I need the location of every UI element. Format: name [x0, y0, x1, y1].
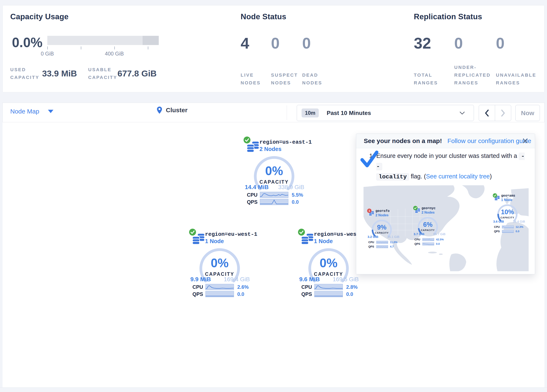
close-icon[interactable] — [521, 137, 529, 145]
setup-step-1: 1.Ensure every node in your cluster was … — [356, 151, 535, 182]
step-text: flag. ( — [409, 173, 426, 180]
cpu-label: CPU — [192, 284, 205, 290]
cpu-value: 12.3% — [516, 225, 523, 228]
toolbar-divider — [287, 105, 287, 120]
region-card-us-east-1[interactable]: region=us-east-1 2 Nodes 0% CAPACITY 14.… — [244, 137, 305, 206]
page-footer-strip — [0, 387, 547, 392]
axis-tick — [47, 47, 48, 49]
capacity-percent: 0% — [199, 256, 241, 270]
cpu-sparkline — [205, 284, 234, 290]
qps-label: QPS — [368, 245, 376, 248]
region-card-us-west-1[interactable]: region=us-west-1 1 Node 0% CAPACITY 9.6 … — [298, 229, 359, 298]
capacity-percent: 0% — [253, 164, 295, 178]
total-capacity: 338.9 GiB — [278, 184, 304, 191]
view-selector-label: Node Map — [10, 108, 39, 115]
under-replicated-count: 0 — [454, 34, 463, 52]
time-range-dropdown[interactable]: 10m Past 10 Minutes — [297, 105, 474, 121]
live-nodes-label: LIVE NODES — [241, 71, 268, 87]
capacity-used-percent: 0.0% — [12, 35, 42, 50]
capacity-percent: 6% — [416, 221, 440, 228]
axis-tick — [114, 47, 115, 49]
qps-sparkline — [376, 245, 388, 248]
cluster-overview-page: Capacity Usage 0.0% 0 GiB 400 GiB USED C… — [0, 0, 547, 392]
locality-node-count[interactable]: 2 Nodes — [376, 213, 389, 217]
cpu-row: CPU 42.5% — [414, 238, 444, 241]
step-text: ) — [490, 173, 492, 180]
cpu-sparkline — [260, 192, 288, 198]
qps-sparkline — [314, 291, 343, 297]
axis-tick-label: 400 GiB — [98, 51, 131, 57]
chevron-left-icon — [485, 110, 489, 117]
used-capacity: 3.7 GiB — [414, 232, 424, 236]
usable-capacity-label: USABLE CAPACITY — [88, 66, 122, 81]
cpu-sparkline — [422, 238, 434, 241]
qps-row: QPS 4.7 — [368, 245, 397, 248]
step-text: Ensure every node in your cluster was st… — [376, 152, 519, 159]
cpu-label: CPU — [301, 284, 314, 290]
cpu-sparkline — [376, 241, 388, 244]
used-capacity: 3.2 GiB — [368, 235, 378, 239]
dead-nodes-count: 0 — [302, 34, 311, 52]
location-pin-icon — [157, 107, 162, 114]
node-stack-icon — [301, 232, 314, 245]
time-range-label: Past 10 Minutes — [327, 110, 371, 117]
used-capacity: 14.4 MiB — [245, 184, 269, 191]
qps-label: QPS — [414, 242, 422, 245]
region-metrics: CPU 2.6% QPS 0.0 — [192, 284, 250, 298]
locality-name: geo=nyc — [422, 206, 436, 210]
qps-value: 0.0 — [292, 199, 299, 205]
step-forward-button[interactable] — [495, 105, 511, 121]
locality-tree-link[interactable]: See current locality tree — [426, 173, 490, 180]
cpu-value: 42.5% — [436, 238, 444, 241]
qps-row: QPS 0.0 — [301, 291, 359, 297]
capacity-caption: CAPACITY — [495, 216, 520, 219]
locality-node-count[interactable]: 2 Nodes — [422, 211, 435, 214]
healthy-check-icon — [413, 206, 417, 210]
cpu-label: CPU — [247, 192, 260, 198]
total-ranges-count: 32 — [414, 34, 431, 52]
suspect-nodes-label: SUSPECT NODES — [271, 71, 300, 87]
locality-node-count[interactable]: 1 Node — [501, 198, 512, 202]
total-capacity: 65.7 GiB — [433, 232, 445, 236]
cpu-label: CPU — [414, 238, 422, 241]
cpu-value: 2.8% — [346, 284, 358, 290]
region-card-eu-west-1[interactable]: region=eu-west-1 1 Node 0% CAPACITY 9.9 … — [189, 229, 250, 298]
configuration-guide-link[interactable]: Follow our configuration guide — [447, 137, 531, 144]
region-node-count[interactable]: 1 Node — [314, 238, 333, 245]
capacity-caption: CAPACITY — [416, 229, 440, 231]
cpu-sparkline — [502, 226, 514, 228]
capacity-bar-reserved-segment — [143, 36, 159, 45]
region-metrics: CPU 2.8% QPS 0.0 — [301, 284, 359, 298]
qps-sparkline — [502, 230, 514, 233]
qps-row: QPS 0.0 — [494, 229, 523, 233]
view-selector-dropdown[interactable]: Node Map — [10, 108, 53, 115]
used-capacity: 9.6 MiB — [299, 276, 320, 283]
qps-row: QPS 0.0 — [192, 291, 250, 297]
dead-nodes-label: DEAD NODES — [302, 71, 329, 87]
locality-metrics: CPU 12.3% QPS 0.0 — [494, 225, 523, 234]
total-capacity: 34.4 GiB — [513, 220, 525, 223]
cpu-value: 5.5% — [292, 192, 303, 198]
used-capacity-value: 33.9 MiB — [42, 69, 77, 79]
popup-header: See your nodes on a map! Follow our conf… — [356, 134, 535, 148]
qps-value: 0.0 — [237, 291, 244, 297]
used-capacity-label: USED CAPACITY — [10, 66, 40, 81]
cpu-label: CPU — [368, 241, 376, 244]
capacity-percent: 10% — [495, 208, 520, 216]
time-range-badge: 10m — [301, 109, 319, 117]
locality-metrics: CPU 11.0% QPS 4.7 — [368, 241, 397, 249]
used-capacity: 9.9 MiB — [190, 276, 211, 283]
chevron-right-icon — [501, 110, 505, 117]
breadcrumb[interactable]: Cluster — [157, 107, 187, 114]
now-button[interactable]: Now — [515, 105, 540, 121]
cpu-sparkline — [314, 284, 343, 290]
step-back-button[interactable] — [479, 105, 495, 121]
cpu-value: 11.0% — [390, 241, 397, 244]
qps-sparkline — [260, 199, 288, 205]
region-node-count[interactable]: 2 Nodes — [260, 146, 281, 152]
qps-label: QPS — [301, 291, 314, 297]
qps-label: QPS — [247, 199, 260, 205]
total-capacity: 169.5 GiB — [333, 276, 359, 283]
region-node-count[interactable]: 1 Node — [205, 238, 224, 245]
time-step-buttons — [479, 105, 511, 121]
